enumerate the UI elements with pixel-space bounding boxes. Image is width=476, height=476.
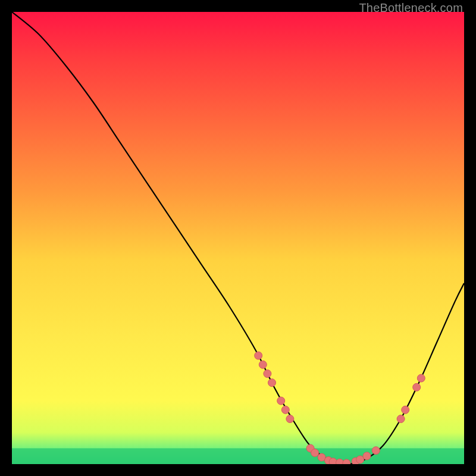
gradient-background [12, 12, 464, 464]
curve-marker [255, 352, 262, 359]
curve-marker [268, 379, 276, 387]
curve-marker [413, 383, 421, 391]
curve-marker [402, 406, 409, 414]
curve-marker [311, 449, 319, 457]
curve-marker [417, 374, 425, 382]
curve-marker [372, 447, 380, 455]
curve-marker [264, 370, 271, 378]
bottleneck-chart [12, 12, 464, 464]
curve-marker [356, 456, 364, 464]
watermark-label: TheBottleneck.com [359, 1, 463, 15]
curve-marker [277, 397, 285, 405]
curve-marker [343, 459, 350, 464]
curve-marker [286, 415, 294, 423]
chart-frame [12, 12, 464, 464]
curve-marker [363, 452, 371, 460]
curve-marker [259, 361, 267, 368]
optimal-band [12, 448, 464, 464]
curve-marker [281, 406, 289, 414]
curve-marker [397, 415, 405, 423]
